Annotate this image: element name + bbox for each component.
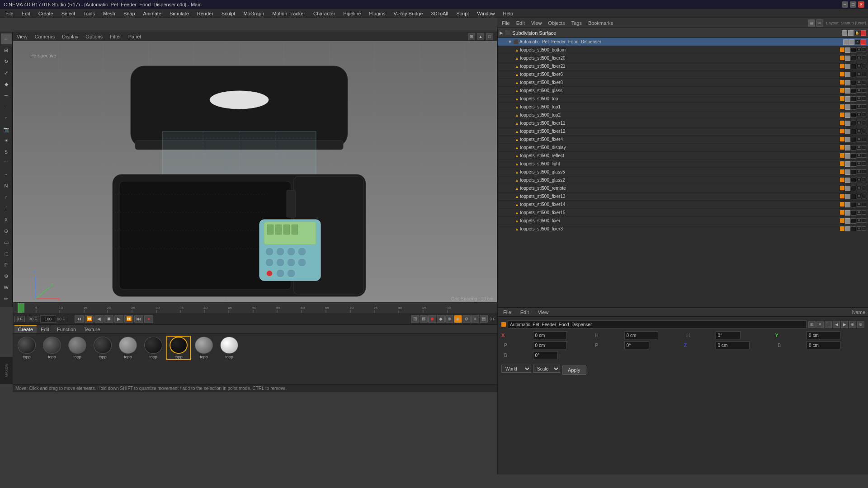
vis-color-7[interactable]	[840, 104, 844, 109]
menu-3dtoall[interactable]: 3DToAll	[427, 10, 452, 17]
vp-icon-6[interactable]: ◉	[454, 315, 462, 323]
subdiv-vis-2[interactable]	[848, 30, 854, 36]
tab-texture[interactable]: Texture	[80, 326, 104, 333]
obj-row-19[interactable]: ▲ toppets_stl500_fixer14 ✕ ·	[498, 201, 868, 209]
obj-row-18[interactable]: ▲ toppets_stl500_fixer13 ✕ ·	[498, 192, 868, 201]
vp-icon-7[interactable]: ⊘	[462, 315, 471, 323]
vis-x-22[interactable]: ✕	[857, 226, 861, 231]
vis-dot-8[interactable]: ·	[862, 113, 866, 117]
obj-row-11[interactable]: ▲ toppets_stl500_fixer4 ✕ ·	[498, 136, 868, 144]
vis-2-14[interactable]	[851, 161, 856, 167]
p-vis-2[interactable]	[849, 39, 854, 45]
vis-2-12[interactable]	[851, 145, 856, 150]
parent-obj-row[interactable]: ▼ ⬛ Automatic_Pet_Feeder_Food_Dispenser …	[498, 38, 868, 46]
vis-2-9[interactable]	[851, 121, 856, 126]
vp-icon-5[interactable]: ⊕	[445, 315, 453, 323]
rp-objects-menu[interactable]: Objects	[545, 20, 567, 26]
obj-row-6[interactable]: ▲ toppets_stl500_top ✕ ·	[498, 95, 868, 103]
vis-x-5[interactable]: ✕	[857, 88, 861, 93]
menu-plugins[interactable]: Plugins	[365, 10, 389, 17]
vis-1-13[interactable]	[845, 153, 850, 159]
spline-tool[interactable]: ~	[1, 169, 12, 180]
python-tool[interactable]: P	[1, 259, 12, 270]
vis-2-18[interactable]	[851, 194, 856, 199]
obj-name-input[interactable]	[508, 320, 807, 328]
obj-action-7[interactable]: ⊘	[857, 321, 864, 328]
vis-dot-9[interactable]: ·	[862, 121, 866, 125]
vis-dot-16[interactable]: ·	[862, 178, 866, 182]
vis-1-5[interactable]	[845, 88, 850, 94]
vis-2-8[interactable]	[851, 113, 856, 118]
vis-dot-3[interactable]: ·	[862, 72, 866, 76]
rp-tags-menu[interactable]: Tags	[569, 20, 585, 26]
vis-color-12[interactable]	[840, 145, 844, 150]
p-vis-1[interactable]	[843, 39, 849, 45]
obj-row-1[interactable]: ▲ toppets_stl500_fixer20 ✕ ·	[498, 54, 868, 62]
vis-color-10[interactable]	[840, 129, 844, 133]
select-tool[interactable]: ⊞	[1, 45, 12, 56]
minimize-button[interactable]: ─	[842, 1, 848, 8]
vis-2-0[interactable]	[851, 47, 856, 53]
frame-input[interactable]	[40, 315, 56, 323]
vp-icon-9[interactable]: ▤	[480, 315, 488, 323]
p-color[interactable]	[861, 39, 866, 45]
obj-action-3[interactable]: ⬛	[825, 321, 832, 328]
vis-x-15[interactable]: ✕	[857, 169, 861, 174]
vis-2-20[interactable]	[851, 210, 856, 216]
floor-tool[interactable]: ▭	[1, 237, 12, 248]
rp-icon-2[interactable]: ✕	[816, 19, 823, 27]
vis-dot-2[interactable]: ·	[862, 64, 866, 68]
obj-row-5[interactable]: ▲ toppets_stl500_glass ✕ ·	[498, 87, 868, 95]
vis-1-9[interactable]	[845, 121, 850, 126]
play-button[interactable]: ▶	[114, 315, 123, 323]
obj-row-7[interactable]: ▲ toppets_stl500_top1 ✕ ·	[498, 103, 868, 111]
obj-row-4[interactable]: ▲ toppets_stl500_fixer8 ✕ ·	[498, 79, 868, 87]
vis-color-21[interactable]	[840, 218, 844, 223]
obj-row-13[interactable]: ▲ toppets_stl500_reflect ✕ ·	[498, 152, 868, 160]
vis-1-0[interactable]	[845, 47, 850, 53]
vis-2-21[interactable]	[851, 218, 856, 224]
vis-1-12[interactable]	[845, 145, 850, 150]
vis-2-7[interactable]	[851, 104, 856, 110]
menu-simulate[interactable]: Simulate	[166, 10, 193, 17]
vis-color-5[interactable]	[840, 88, 844, 93]
material-ball-2[interactable]: topp	[41, 337, 63, 359]
vis-2-2[interactable]	[851, 64, 856, 69]
obj-action-5[interactable]: ▶	[841, 321, 848, 328]
vis-1-16[interactable]	[845, 178, 850, 183]
transform-type-select[interactable]: Scale Rotate Move	[533, 365, 560, 373]
vis-x-2[interactable]: ✕	[857, 64, 861, 68]
menu-edit[interactable]: Edit	[18, 10, 34, 17]
record-button[interactable]: ●	[144, 315, 153, 323]
prev-frame-button[interactable]: ⏪	[85, 315, 94, 323]
menu-select[interactable]: Select	[58, 10, 79, 17]
paint-tool[interactable]: ✏	[1, 293, 12, 304]
vis-dot-17[interactable]: ·	[862, 186, 866, 190]
vis-2-3[interactable]	[851, 72, 856, 77]
weight-tool[interactable]: W	[1, 282, 12, 293]
vis-color-19[interactable]	[840, 202, 844, 206]
vis-2-13[interactable]	[851, 153, 856, 159]
vis-1-11[interactable]	[845, 137, 850, 142]
vp-icon-2[interactable]: ⊠	[420, 315, 428, 323]
menu-snap[interactable]: Snap	[120, 10, 139, 17]
obj-row-10[interactable]: ▲ toppets_stl500_fixer12 ✕ ·	[498, 127, 868, 136]
viewport-camera-icon[interactable]: ▲	[477, 33, 484, 40]
menu-motion-tracker[interactable]: Motion Tracker	[269, 10, 309, 17]
viewport-panel-menu[interactable]: Panel	[128, 34, 141, 39]
vis-x-14[interactable]: ✕	[857, 161, 861, 166]
rp-edit-menu[interactable]: Edit	[514, 20, 528, 26]
menu-mesh[interactable]: Mesh	[99, 10, 119, 17]
vis-x-16[interactable]: ✕	[857, 178, 861, 182]
menu-create[interactable]: Create	[35, 10, 57, 17]
viewport-options-menu[interactable]: Options	[85, 34, 103, 39]
menu-help[interactable]: Help	[500, 10, 517, 17]
vis-x-20[interactable]: ✕	[857, 210, 861, 215]
menu-animate[interactable]: Animate	[140, 10, 165, 17]
obj-row-20[interactable]: ▲ toppets_stl500_fixer15 ✕ ·	[498, 209, 868, 217]
obj-action-6[interactable]: ⊕	[849, 321, 856, 328]
vis-x-10[interactable]: ✕	[857, 129, 861, 133]
vp-icon-1[interactable]: ⊞	[411, 315, 419, 323]
y-pos-input[interactable]	[807, 331, 840, 339]
obj-row-9[interactable]: ▲ toppets_stl500_fixer11 ✕ ·	[498, 119, 868, 127]
